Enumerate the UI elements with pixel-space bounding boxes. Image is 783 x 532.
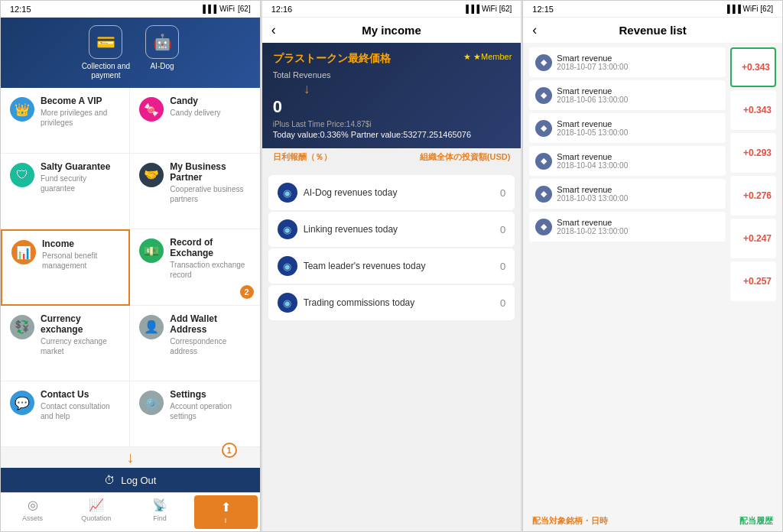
menu-item-currency[interactable]: 💱 Currency exchange Currency exchange ma… xyxy=(1,306,130,382)
amount-5: +0.247 xyxy=(730,219,776,258)
menu-item-candy[interactable]: 🍬 Candy Candy delivery xyxy=(130,88,259,154)
panel-1: 12:15 ▐▐▐ WiFi [62] 💳 Collection andpaym… xyxy=(0,0,261,532)
menu-item-contact[interactable]: 💬 Contact Us Contact consultation and he… xyxy=(1,381,130,447)
circle-1: 1 xyxy=(222,443,237,458)
revenue-table-row-2: ◆ Smart revenue 2018-10-06 13:00:00 xyxy=(529,80,726,110)
collection-payment-btn[interactable]: 💳 Collection andpayment xyxy=(82,25,130,80)
nav-i[interactable]: ⬆ I xyxy=(194,495,258,529)
collection-label: Collection andpayment xyxy=(82,62,130,80)
signal-icon: ▐▐▐ xyxy=(200,5,216,13)
settings-icon: ⚙️ xyxy=(139,391,164,415)
eth-icon-4: ◆ xyxy=(535,153,552,170)
assets-nav-icon: ◎ xyxy=(28,498,38,512)
safety-icon: 🛡 xyxy=(10,163,34,187)
amount-6: +0.257 xyxy=(730,261,776,301)
business-icon: 🤝 xyxy=(139,163,164,187)
revenue-table: ◆ Smart revenue 2018-10-07 13:00:00 ◆ Sm… xyxy=(523,43,782,511)
time-3: 12:15 xyxy=(532,5,554,14)
aidog-icon: 🤖 xyxy=(145,25,179,59)
status-bar-3: 12:15 ▐▐▐ WiFi [62] xyxy=(523,1,782,18)
linking-rev-value: 0 xyxy=(500,224,505,235)
rev-date-5: 2018-10-03 13:00:00 xyxy=(557,194,628,203)
aidog-rev-value: 0 xyxy=(500,187,505,199)
record-icon: 💵 xyxy=(139,238,164,263)
team-rev-value: 0 xyxy=(500,261,505,272)
panel3-title: Revenue list xyxy=(619,24,686,37)
member-badge: ★ ★Member xyxy=(463,52,512,62)
currency-title: Currency exchange xyxy=(41,313,120,335)
status-bar-2: 12:16 ▐▐▐ WiFi [62] xyxy=(262,1,521,18)
revenue-table-row-1: ◆ Smart revenue 2018-10-07 13:00:00 xyxy=(529,47,726,77)
linking-rev-icon: ◉ xyxy=(278,219,297,239)
rev-title-1: Smart revenue xyxy=(557,54,628,63)
currency-sub: Currency exchange market xyxy=(41,336,120,356)
aidog-btn[interactable]: 🤖 AI-Dog xyxy=(145,25,179,80)
revenue-row-aidog: ◉ AI-Dog revenues today 0 xyxy=(268,175,515,210)
quotation-nav-icon: 📈 xyxy=(89,498,104,512)
wallet-icon: 👤 xyxy=(139,315,164,339)
ann-right: 配当履歴 xyxy=(739,515,773,527)
team-rev-label: Team leader's revenues today xyxy=(304,261,426,271)
rev-date-3: 2018-10-05 13:00:00 xyxy=(557,128,628,137)
nav-assets[interactable]: ◎ Assets xyxy=(1,493,64,531)
daily-rate-ann: 日利報酬（％） xyxy=(273,151,332,163)
revenue-table-row-3: ◆ Smart revenue 2018-10-05 13:00:00 xyxy=(529,113,726,143)
eth-icon-6: ◆ xyxy=(535,219,552,235)
quotation-nav-label: Quotation xyxy=(81,514,111,522)
menu-item-wallet[interactable]: 👤 Add Wallet Address Correspondence addr… xyxy=(130,306,259,382)
vip-title: Become A VIP xyxy=(41,96,120,106)
rev-title-2: Smart revenue xyxy=(557,86,628,96)
rev-title-3: Smart revenue xyxy=(557,119,628,128)
time-1: 12:15 xyxy=(10,5,31,14)
revenue-table-row-6: ◆ Smart revenue 2018-10-02 13:00:00 xyxy=(529,212,726,242)
menu-item-business[interactable]: 🤝 My Business Partner Cooperative busine… xyxy=(130,154,259,230)
safety-title: Salty Guarantee xyxy=(41,161,120,172)
panel3-header: ‹ Revenue list xyxy=(523,18,782,43)
income-banner: プラストークン最終価格 ★ ★Member Total Revenues ↓ 0… xyxy=(262,43,521,148)
nav-find[interactable]: 📡 Find xyxy=(128,493,191,531)
revenue-amounts-col: +0.343 +0.343 +0.293 +0.276 +0.247 +0.25… xyxy=(730,47,776,506)
menu-item-safety[interactable]: 🛡 Salty Guarantee Fund security guarante… xyxy=(1,154,130,230)
bottom-nav-1: ◎ Assets 📈 Quotation 📡 Find ⬆ I xyxy=(1,492,260,531)
panel-2: 12:16 ▐▐▐ WiFi [62] ‹ My income プラストークン最… xyxy=(261,0,523,532)
menu-item-record[interactable]: 💵 Record of Exchange Transaction exchang… xyxy=(130,229,259,306)
menu-item-settings[interactable]: ⚙️ Settings Account operation settings xyxy=(130,381,259,447)
back-button-3[interactable]: ‹ xyxy=(532,22,537,38)
logout-button[interactable]: ⏱ Log Out xyxy=(1,468,260,492)
banner-today: Today value:0.336% Partner value:53277.2… xyxy=(273,130,511,139)
income-title: Income xyxy=(42,238,119,249)
banner-amount: 0 xyxy=(273,97,511,117)
panel2-header: ‹ My income xyxy=(262,18,521,43)
revenue-row-linking: ◉ Linking revenues today 0 xyxy=(268,212,515,247)
panel2-title: My income xyxy=(362,24,421,37)
ann-left: 配当対象銘柄・日時 xyxy=(532,515,608,527)
income-icon: 📊 xyxy=(11,240,36,264)
rev-title-6: Smart revenue xyxy=(557,218,628,227)
eth-icon-2: ◆ xyxy=(535,87,552,104)
nav-quotation[interactable]: 📈 Quotation xyxy=(64,493,128,531)
rev-date-1: 2018-10-07 13:00:00 xyxy=(557,63,628,71)
assets-nav-label: Assets xyxy=(22,514,43,522)
amount-2: +0.343 xyxy=(730,90,776,130)
amount-4: +0.276 xyxy=(730,176,776,216)
menu-item-vip[interactable]: 👑 Become A VIP More privileges and privi… xyxy=(1,88,130,154)
trading-rev-icon: ◉ xyxy=(278,293,297,313)
revenue-table-row-5: ◆ Smart revenue 2018-10-03 13:00:00 xyxy=(529,179,726,209)
i-nav-label: I xyxy=(225,517,227,524)
revenue-table-main: ◆ Smart revenue 2018-10-07 13:00:00 ◆ Sm… xyxy=(529,47,726,506)
total-invest-ann: 組織全体の投資額(USD) xyxy=(420,151,511,163)
revenue-table-row-4: ◆ Smart revenue 2018-10-04 13:00:00 xyxy=(529,146,726,176)
eth-icon-1: ◆ xyxy=(535,54,552,71)
clock-icon: ⏱ xyxy=(104,474,115,486)
safety-sub: Fund security guarantee xyxy=(41,174,120,193)
rev-date-4: 2018-10-04 13:00:00 xyxy=(557,161,628,170)
trading-rev-value: 0 xyxy=(500,297,505,309)
menu-item-income[interactable]: 📊 Income Personal benefit management xyxy=(1,229,130,306)
back-button-2[interactable]: ‹ xyxy=(271,22,276,38)
jp-annotations: 日利報酬（％） 組織全体の投資額(USD) xyxy=(262,148,521,169)
settings-sub: Account operation settings xyxy=(170,401,250,421)
revenue-row-team: ◉ Team leader's revenues today 0 xyxy=(268,248,515,284)
time-2: 12:16 xyxy=(271,5,293,14)
i-nav-icon: ⬆ xyxy=(221,500,231,514)
aidog-label: AI-Dog xyxy=(150,62,174,71)
